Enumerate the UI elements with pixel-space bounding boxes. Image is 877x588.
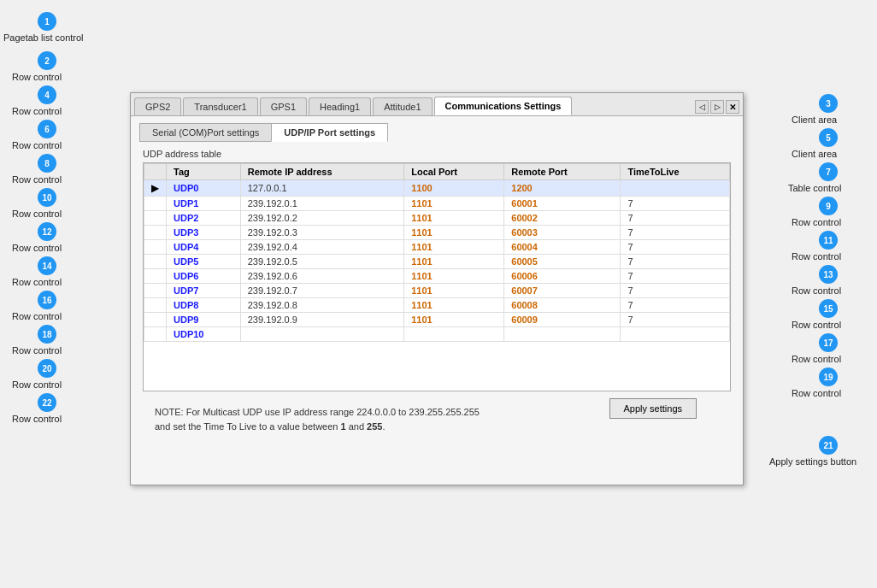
annotation-label-11: Row control xyxy=(792,251,841,262)
row-arrow xyxy=(144,240,167,255)
sub-tab-bar: Serial (COM)Port settings UDP/IP Port se… xyxy=(139,123,734,142)
table-row[interactable]: UDP3239.192.0.31101600037 xyxy=(144,226,730,240)
annotation-label-1: Pagetab list control xyxy=(3,32,84,43)
table-row[interactable]: UDP9239.192.0.91101600097 xyxy=(144,313,730,327)
udp-table: Tag Remote IP address Local Port Remote … xyxy=(144,163,730,342)
row-ip: 239.192.0.4 xyxy=(240,240,404,255)
row-arrow xyxy=(144,298,167,313)
annotation-label-6: Row control xyxy=(12,140,62,150)
tab-transducer1[interactable]: Transducer1 xyxy=(183,97,257,115)
tab-comms-settings[interactable]: Communications Settings xyxy=(434,97,573,115)
row-ip: 239.192.0.1 xyxy=(240,197,404,211)
row-ip: 239.192.0.9 xyxy=(240,313,404,327)
annotation-label-8: Row control xyxy=(12,174,62,185)
annotation-22: 22 xyxy=(38,393,56,412)
table-row[interactable]: ▶UDP0127.0.0.111001200 xyxy=(144,180,730,197)
annotation-21: 21 xyxy=(819,436,838,455)
bottom-area: NOTE: For Multicast UDP use IP address r… xyxy=(139,395,734,442)
row-remote-port: 60004 xyxy=(504,240,621,255)
row-arrow xyxy=(144,226,167,240)
row-arrow xyxy=(144,197,167,211)
col-remote-ip: Remote IP address xyxy=(240,164,404,180)
annotation-3: 3 xyxy=(819,94,838,113)
row-ttl: 7 xyxy=(621,269,730,284)
row-local-port: 1101 xyxy=(404,197,504,211)
row-tag: UDP9 xyxy=(167,313,241,327)
col-arrow xyxy=(144,164,167,180)
annotation-15: 15 xyxy=(819,299,838,318)
annotation-5: 5 xyxy=(819,128,838,147)
row-ip: 239.192.0.5 xyxy=(240,255,404,269)
tab-gps1[interactable]: GPS1 xyxy=(260,97,307,115)
row-ttl: 7 xyxy=(621,313,730,327)
tab-heading1[interactable]: Heading1 xyxy=(309,97,371,115)
tab-attitude1[interactable]: Attitude1 xyxy=(373,97,432,115)
annotation-label-18: Row control xyxy=(12,345,62,356)
table-row[interactable]: UDP10 xyxy=(144,327,730,342)
row-ttl xyxy=(621,180,730,197)
row-ttl: 7 xyxy=(621,255,730,269)
row-arrow xyxy=(144,255,167,269)
row-tag: UDP7 xyxy=(167,284,241,298)
tab-navigation: ◁ ▷ ✕ xyxy=(695,100,739,115)
apply-settings-button[interactable]: Apply settings xyxy=(609,398,697,419)
row-tag: UDP0 xyxy=(167,180,241,197)
tab-gps2[interactable]: GPS2 xyxy=(134,97,181,115)
tab-prev-button[interactable]: ◁ xyxy=(695,100,709,114)
row-ttl: 7 xyxy=(621,226,730,240)
annotation-label-16: Row control xyxy=(12,311,62,321)
sub-tab-serial[interactable]: Serial (COM)Port settings xyxy=(139,123,272,142)
table-row[interactable]: UDP2239.192.0.21101600027 xyxy=(144,211,730,226)
row-tag: UDP4 xyxy=(167,240,241,255)
row-ttl: 7 xyxy=(621,197,730,211)
note-line2-post: . xyxy=(382,421,385,432)
annotation-18: 18 xyxy=(38,325,56,344)
annotation-label-9: Row control xyxy=(792,217,841,227)
sub-tab-udp[interactable]: UDP/IP Port settings xyxy=(271,123,388,142)
table-row[interactable]: UDP4239.192.0.41101600047 xyxy=(144,240,730,255)
annotation-label-12: Row control xyxy=(12,243,62,253)
table-row[interactable]: UDP8239.192.0.81101600087 xyxy=(144,298,730,313)
annotation-label-21: Apply settings button xyxy=(769,456,856,467)
table-row[interactable]: UDP1239.192.0.11101600017 xyxy=(144,197,730,211)
tab-bar: GPS2 Transducer1 GPS1 Heading1 Attitude1… xyxy=(131,93,743,116)
row-ip: 239.192.0.3 xyxy=(240,226,404,240)
row-local-port: 1101 xyxy=(404,211,504,226)
row-tag: UDP5 xyxy=(167,255,241,269)
annotation-label-15: Row control xyxy=(792,320,841,330)
annotation-label-4: Row control xyxy=(12,106,62,116)
row-remote-port: 60008 xyxy=(504,298,621,313)
annotation-label-3: Client area xyxy=(792,115,837,125)
row-remote-port: 60007 xyxy=(504,284,621,298)
tab-next-button[interactable]: ▷ xyxy=(710,100,724,114)
row-arrow xyxy=(144,211,167,226)
row-ttl: 7 xyxy=(621,211,730,226)
note-line2-pre: and set the Time To Live to a value betw… xyxy=(155,421,341,432)
row-tag: UDP8 xyxy=(167,298,241,313)
annotation-12: 12 xyxy=(38,222,56,241)
row-ip: 239.192.0.6 xyxy=(240,269,404,284)
row-local-port: 1101 xyxy=(404,284,504,298)
annotation-13: 13 xyxy=(819,265,838,284)
table-row[interactable]: UDP7239.192.0.71101600077 xyxy=(144,284,730,298)
annotation-14: 14 xyxy=(38,256,56,275)
row-arrow xyxy=(144,313,167,327)
table-row[interactable]: UDP5239.192.0.51101600057 xyxy=(144,255,730,269)
row-tag: UDP3 xyxy=(167,226,241,240)
col-tag: Tag xyxy=(167,164,241,180)
row-local-port: 1101 xyxy=(404,313,504,327)
close-button[interactable]: ✕ xyxy=(726,100,739,114)
table-scroll[interactable]: Tag Remote IP address Local Port Remote … xyxy=(144,163,730,391)
note-bold2: 255 xyxy=(367,421,382,432)
annotation-1: 1 xyxy=(38,12,56,31)
col-remote-port: Remote Port xyxy=(504,164,621,180)
note-line1: NOTE: For Multicast UDP use IP address r… xyxy=(155,405,480,420)
row-ip xyxy=(240,327,404,342)
table-row[interactable]: UDP6239.192.0.61101600067 xyxy=(144,269,730,284)
annotation-label-7: Table control xyxy=(788,183,841,193)
note-area: NOTE: For Multicast UDP use IP address r… xyxy=(155,405,480,433)
annotation-label-20: Row control xyxy=(12,379,62,390)
row-ip: 239.192.0.8 xyxy=(240,298,404,313)
row-ttl: 7 xyxy=(621,284,730,298)
row-remote-port: 60002 xyxy=(504,211,621,226)
